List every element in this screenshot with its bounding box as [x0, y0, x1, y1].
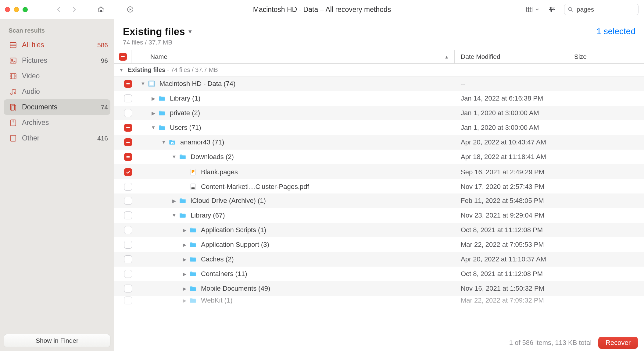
checkbox-empty-icon[interactable] [124, 285, 132, 292]
file-size: 230 KB [568, 197, 644, 205]
file-size: 150 KB [568, 183, 644, 191]
list-icon [9, 41, 17, 49]
checkbox-empty-icon[interactable] [124, 197, 132, 205]
file-date: Jan 14, 2022 at 6:16:38 PM [455, 94, 568, 102]
file-row[interactable]: ▶Library (1)Jan 14, 2022 at 6:16:38 PM25… [114, 91, 644, 106]
search-input[interactable] [577, 6, 644, 13]
sidebar-item-label: Other [22, 134, 92, 142]
window-zoom-button[interactable] [23, 7, 28, 12]
file-name: Library (67) [191, 211, 225, 219]
sidebar-item-audio[interactable]: Audio [0, 84, 114, 99]
folder-icon [189, 240, 197, 249]
sidebar-item-count: 416 [97, 135, 108, 142]
sidebar-item-pictures[interactable]: Pictures96 [0, 53, 114, 68]
file-row[interactable]: ▼Macintosh HD - Data (74)--37.7 MBFolder [114, 76, 644, 91]
file-row[interactable]: ▼Downloads (2)Apr 18, 2022 at 11:18:41 A… [114, 150, 644, 164]
sidebar-item-archives[interactable]: Archives [0, 115, 114, 130]
column-size-label: Size [574, 53, 587, 60]
column-name-header[interactable]: Name ▲ [144, 50, 455, 63]
checkbox-partial-icon[interactable] [124, 124, 132, 132]
folder-icon [178, 197, 187, 205]
checkbox-empty-icon[interactable] [124, 296, 132, 304]
select-all-checkbox[interactable] [119, 53, 127, 61]
svg-rect-1 [527, 7, 532, 12]
checkbox-partial-icon[interactable] [124, 138, 132, 146]
file-date: Apr 18, 2022 at 11:18:41 AM [455, 153, 568, 161]
back-button[interactable] [55, 6, 63, 13]
checkbox-empty-icon[interactable] [124, 109, 132, 117]
column-name-label: Name [150, 53, 167, 60]
chevron-right-icon[interactable]: ▶ [180, 257, 189, 262]
file-row[interactable]: ▶Application Scripts (1)Oct 8, 2021 at 1… [114, 223, 644, 237]
checkbox-empty-icon[interactable] [124, 94, 132, 102]
column-date-header[interactable]: Date Modified [455, 50, 568, 63]
home-icon [168, 138, 177, 147]
column-size-header[interactable]: Size [568, 50, 644, 63]
chevron-down-icon[interactable]: ▼ [149, 125, 158, 130]
file-date: Nov 17, 2020 at 2:57:43 PM [455, 183, 568, 191]
file-row[interactable]: ▶private (2)Jan 1, 2020 at 3:00:00 AM6 M… [114, 106, 644, 120]
checkbox-empty-icon[interactable] [124, 241, 132, 249]
view-mode-button[interactable] [526, 6, 540, 13]
home-button[interactable] [97, 6, 105, 13]
sidebar-item-count: 96 [101, 57, 108, 64]
file-row[interactable]: ▶iCloud Drive (Archive) (1)Feb 11, 2022 … [114, 193, 644, 208]
rescan-button[interactable] [127, 6, 134, 13]
sidebar-item-count: 586 [97, 41, 108, 49]
column-date-label: Date Modified [461, 53, 500, 60]
file-name: private (2) [170, 109, 200, 117]
file-row[interactable]: ▼Library (67)Nov 23, 2021 at 9:29:04 PM3… [114, 208, 644, 223]
chevron-right-icon[interactable]: ▶ [180, 286, 189, 292]
file-row[interactable]: ▶WebKit (1)Mar 22, 2022 at 7:09:32 PM74 … [114, 296, 644, 305]
footer-bar: 1 of 586 items, 113 KB total Recover [114, 334, 644, 351]
group-header[interactable]: ▼ Existing files - 74 files / 37.7 MB [114, 64, 644, 76]
chevron-down-icon: ▼ [188, 29, 193, 35]
file-row[interactable]: ▶Containers (11)Oct 8, 2021 at 11:12:08 … [114, 267, 644, 281]
settings-button[interactable] [548, 6, 556, 13]
checkbox-empty-icon[interactable] [124, 226, 132, 234]
chevron-right-icon[interactable]: ▶ [149, 110, 158, 116]
checkbox-empty-icon[interactable] [124, 211, 132, 219]
chevron-right-icon[interactable]: ▶ [180, 271, 189, 277]
window-minimize-button[interactable] [14, 7, 19, 12]
file-row[interactable]: Content-Marketi…Cluster-Pages.pdfNov 17,… [114, 179, 644, 193]
checkbox-empty-icon[interactable] [124, 183, 132, 191]
search-field[interactable] [564, 4, 639, 15]
chevron-down-icon[interactable]: ▼ [170, 213, 178, 218]
chevron-right-icon[interactable]: ▶ [180, 227, 189, 233]
column-header-row: Name ▲ Date Modified Size Kind [114, 50, 644, 64]
chevron-down-icon[interactable]: ▼ [139, 81, 147, 87]
sidebar-item-other[interactable]: Other416 [0, 130, 114, 146]
file-name: Macintosh HD - Data (74) [159, 80, 235, 88]
file-row[interactable]: ▶Mobile Documents (49)Nov 16, 2021 at 1:… [114, 281, 644, 296]
file-row[interactable]: Blank.pagesSep 16, 2021 at 2:49:29 PM113… [114, 164, 644, 179]
selection-count[interactable]: 1 selected [596, 26, 635, 36]
window-close-button[interactable] [5, 7, 10, 12]
sidebar-item-all[interactable]: All files586 [0, 37, 114, 53]
checkbox-empty-icon[interactable] [124, 270, 132, 278]
file-row[interactable]: ▶Application Support (3)Mar 22, 2022 at … [114, 237, 644, 252]
checkbox-checked-icon[interactable] [124, 168, 132, 176]
checkbox-empty-icon[interactable] [124, 255, 132, 263]
file-name: Content-Marketi…Cluster-Pages.pdf [201, 183, 309, 191]
file-row[interactable]: ▶Caches (2)Apr 20, 2022 at 11:10:37 AM86… [114, 252, 644, 267]
chevron-right-icon[interactable]: ▶ [149, 96, 158, 101]
file-row[interactable]: ▼anamor43 (71)Apr 20, 2022 at 10:43:47 A… [114, 135, 644, 150]
recover-button[interactable]: Recover [598, 337, 638, 349]
section-title-dropdown[interactable]: Existing files ▼ [123, 26, 193, 37]
forward-button[interactable] [70, 6, 78, 13]
file-row[interactable]: ▼Users (71)Jan 1, 2020 at 3:00:00 AM31.7… [114, 120, 644, 135]
sidebar-item-video[interactable]: Video [0, 68, 114, 84]
chevron-right-icon[interactable]: ▶ [180, 242, 189, 248]
checkbox-partial-icon[interactable] [124, 153, 132, 161]
checkbox-partial-icon[interactable] [124, 80, 132, 88]
show-in-finder-button[interactable]: Show in Finder [4, 334, 110, 347]
chevron-down-icon[interactable]: ▼ [170, 154, 178, 160]
chevron-down-icon[interactable]: ▼ [159, 140, 168, 145]
column-check-header[interactable] [114, 50, 131, 63]
chevron-right-icon[interactable]: ▶ [170, 198, 178, 204]
chevron-right-icon[interactable]: ▶ [180, 298, 189, 303]
file-date: Mar 22, 2022 at 7:05:53 PM [455, 241, 568, 249]
pdf-icon [189, 183, 197, 191]
sidebar-item-documents[interactable]: Documents74 [4, 99, 110, 115]
